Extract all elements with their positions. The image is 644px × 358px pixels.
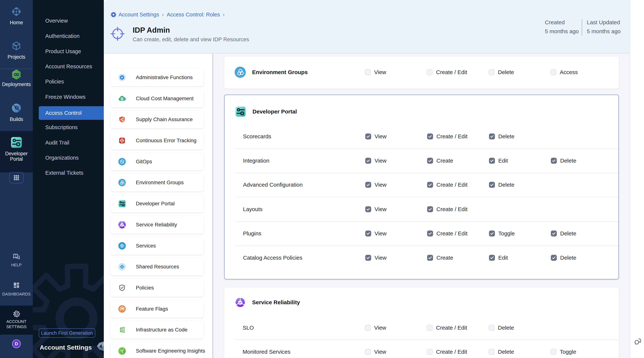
svg-text:$: $ [121, 98, 122, 100]
svg-text:?: ? [15, 254, 16, 257]
